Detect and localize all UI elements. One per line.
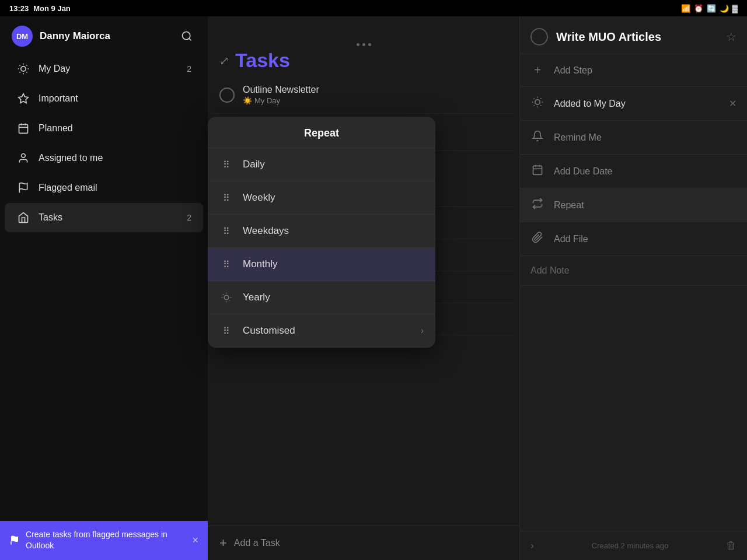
- sidebar-label-important: Important: [39, 93, 78, 104]
- repeat-option-monthly[interactable]: ⠿ Monthly: [208, 248, 435, 281]
- detail-footer: › Created 2 minutes ago 🗑: [520, 531, 747, 560]
- add-step-label: Add Step: [554, 65, 736, 76]
- add-file-label: Add File: [554, 234, 736, 244]
- repeat-icon: [530, 198, 544, 212]
- svg-line-8: [20, 72, 20, 72]
- user-info: DM Danny Maiorca: [12, 26, 110, 47]
- add-task-input[interactable]: Add a Task: [234, 538, 280, 548]
- svg-point-20: [535, 100, 540, 104]
- repeat-monthly-label: Monthly: [243, 258, 424, 270]
- repeat-option-weekdays[interactable]: ⠿ Weekdays: [208, 215, 435, 248]
- detail-task-title: Write MUO Articles: [556, 30, 718, 44]
- svg-point-0: [183, 32, 190, 40]
- add-due-date-label: Add Due Date: [554, 166, 736, 177]
- sidebar-item-flagged[interactable]: Flagged email: [5, 173, 203, 202]
- sidebar-item-my-day[interactable]: My Day 2: [5, 54, 203, 83]
- sidebar-item-planned[interactable]: Planned: [5, 114, 203, 143]
- repeat-dropdown: Repeat ⠿ Daily ⠿ Weekly ⠿ Weekdays ⠿ Mon…: [208, 117, 435, 348]
- alarm-icon: ⏰: [694, 4, 703, 13]
- repeat-yearly-label: Yearly: [243, 292, 424, 303]
- drag-handle-icon: [219, 290, 233, 304]
- detail-actions: + Add Step Added to My Day ✕ Remind Me: [520, 54, 747, 531]
- add-step-button[interactable]: + Add Step: [520, 54, 747, 87]
- search-button[interactable]: [177, 27, 196, 46]
- repeat-label: Repeat: [554, 200, 736, 211]
- add-note-placeholder: Add Note: [530, 265, 570, 275]
- paperclip-icon: [530, 232, 544, 246]
- added-to-my-day-label: Added to My Day: [554, 99, 720, 109]
- drag-handle-icon: ⠿: [219, 324, 233, 338]
- tasks-badge: 2: [187, 213, 191, 222]
- sidebar-item-important[interactable]: Important: [5, 84, 203, 113]
- time: 13:23: [9, 4, 29, 13]
- task-detail-header: Write MUO Articles ☆: [520, 16, 747, 54]
- date: Mon 9 Jan: [33, 4, 71, 13]
- add-task-bar[interactable]: + Add a Task: [208, 526, 519, 560]
- detail-task-checkbox[interactable]: [530, 28, 548, 46]
- created-timestamp: Created 2 minutes ago: [592, 541, 669, 550]
- sidebar-label-tasks: Tasks: [39, 212, 62, 223]
- svg-line-27: [534, 105, 535, 106]
- repeat-customised-label: Customised: [243, 325, 411, 337]
- add-to-my-day-button[interactable]: Added to My Day ✕: [520, 87, 747, 121]
- svg-marker-10: [19, 94, 29, 103]
- svg-rect-29: [533, 166, 542, 174]
- star-icon: [16, 92, 30, 106]
- repeat-option-customised[interactable]: ⠿ Customised ›: [208, 314, 435, 348]
- person-icon: [16, 151, 30, 165]
- add-due-date-button[interactable]: Add Due Date: [520, 155, 747, 188]
- repeat-button[interactable]: Repeat: [520, 188, 747, 222]
- back-chevron-button[interactable]: ›: [530, 540, 534, 552]
- sidebar-item-assigned[interactable]: Assigned to me: [5, 144, 203, 173]
- status-icons: 📶 ⏰ 🔄 🌙 ▓: [681, 4, 738, 13]
- remind-me-label: Remind Me: [554, 132, 736, 143]
- svg-rect-11: [19, 124, 28, 133]
- status-bar: 13:23 Mon 9 Jan 📶 ⏰ 🔄 🌙 ▓: [0, 0, 747, 16]
- repeat-option-daily[interactable]: ⠿ Daily: [208, 148, 435, 181]
- svg-line-5: [26, 72, 27, 72]
- sidebar-label-assigned: Assigned to me: [39, 153, 103, 163]
- repeat-weekly-label: Weekly: [243, 192, 424, 204]
- delete-task-button[interactable]: 🗑: [726, 540, 736, 552]
- sidebar-header: DM Danny Maiorca: [0, 16, 208, 51]
- add-note-area[interactable]: Add Note: [520, 256, 747, 286]
- sync-icon: 🔄: [707, 4, 716, 13]
- customised-chevron-icon: ›: [421, 326, 424, 336]
- add-file-button[interactable]: Add File: [520, 222, 747, 256]
- repeat-menu-title: Repeat: [208, 117, 435, 148]
- sidebar: DM Danny Maiorca My Day 2: [0, 16, 208, 560]
- more-options-button[interactable]: [357, 43, 371, 46]
- plus-step-icon: +: [530, 64, 544, 77]
- moon-icon: 🌙: [720, 4, 729, 13]
- calendar-icon: [16, 121, 30, 135]
- task-checkbox[interactable]: [219, 88, 235, 103]
- drag-handle-icon: ⠿: [219, 158, 233, 172]
- notification-close-button[interactable]: ×: [192, 534, 198, 547]
- favorite-button[interactable]: ☆: [726, 30, 736, 44]
- svg-line-37: [229, 300, 230, 301]
- task-name: Outline Newsletter: [243, 85, 508, 95]
- remind-me-button[interactable]: Remind Me: [520, 121, 747, 155]
- sidebar-item-tasks[interactable]: Tasks 2: [5, 203, 203, 232]
- svg-line-4: [20, 65, 20, 66]
- task-item[interactable]: Outline Newsletter ☀️ My Day: [212, 76, 515, 114]
- bell-icon: [530, 130, 544, 145]
- sidebar-label-flagged: Flagged email: [39, 183, 97, 193]
- repeat-option-yearly[interactable]: Yearly: [208, 281, 435, 314]
- sun-detail-icon: [530, 96, 544, 111]
- task-detail-panel: Write MUO Articles ☆ + Add Step Added to…: [519, 16, 747, 560]
- sidebar-label-my-day: My Day: [39, 64, 70, 74]
- svg-line-36: [223, 294, 224, 295]
- repeat-option-weekly[interactable]: ⠿ Weekly: [208, 181, 435, 215]
- drag-handle-icon: ⠿: [219, 191, 233, 205]
- home-icon: [16, 211, 30, 225]
- drag-handle-icon: ⠿: [219, 257, 233, 271]
- svg-line-23: [534, 99, 535, 99]
- notification-banner: Create tasks from flagged messages in Ou…: [0, 521, 208, 560]
- repeat-daily-label: Daily: [243, 159, 424, 170]
- repeat-weekdays-label: Weekdays: [243, 225, 424, 237]
- my-day-badge: 2: [187, 64, 191, 74]
- remove-from-my-day-button[interactable]: ✕: [729, 98, 736, 109]
- due-date-icon: [530, 164, 544, 178]
- user-name: Danny Maiorca: [40, 30, 110, 42]
